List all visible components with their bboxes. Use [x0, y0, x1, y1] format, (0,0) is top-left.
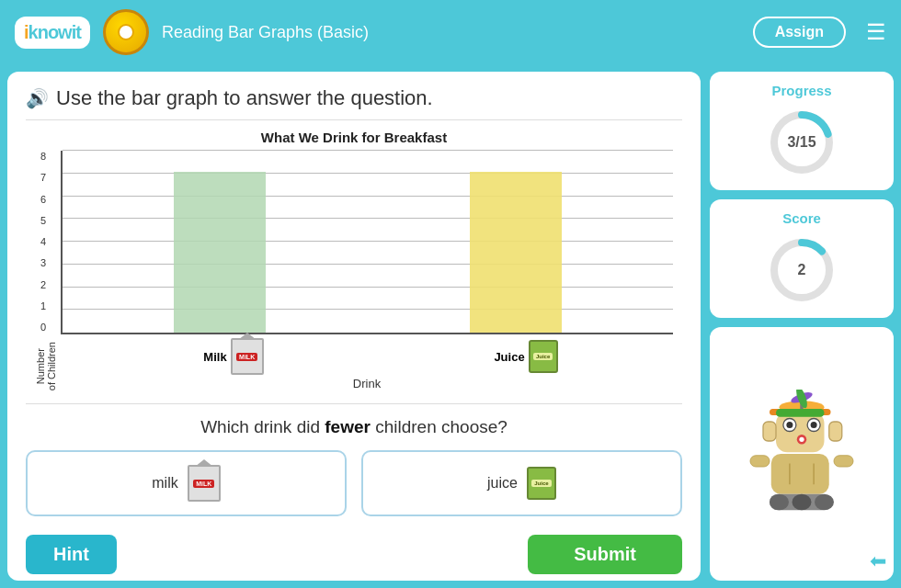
progress-card: Progress 3/15: [710, 72, 894, 190]
x-axis-labels: Milk MiLK Juice Juice: [61, 338, 673, 375]
chart-title: What We Drink for Breakfast: [35, 130, 673, 145]
bar-milk: [174, 172, 266, 333]
svg-point-25: [815, 494, 834, 511]
chart-inner: 0 1 2 3 4 5 6 7 8: [61, 151, 673, 390]
svg-rect-27: [776, 409, 825, 417]
answer-milk-button[interactable]: milk MiLK: [26, 450, 347, 516]
svg-rect-20: [750, 456, 770, 467]
x-label-juice: Juice Juice: [494, 338, 557, 375]
score-label: Score: [782, 210, 821, 226]
logo[interactable]: iknowit: [15, 17, 90, 49]
answer-juice-button[interactable]: juice Juice: [361, 450, 682, 516]
submit-button[interactable]: Submit: [528, 535, 682, 574]
juice-box-answer: Juice: [527, 467, 556, 500]
score-value: 2: [798, 262, 806, 278]
chart-area: What We Drink for Breakfast Numberof Chi…: [26, 130, 682, 390]
divider: [26, 403, 682, 404]
progress-donut: 3/15: [765, 106, 838, 179]
robot-character: [737, 390, 866, 518]
answer-juice-label: juice: [487, 475, 518, 492]
svg-rect-21: [834, 456, 853, 467]
answer-options: milk MiLK juice Juice: [26, 450, 682, 516]
bottom-bar: Hint Submit: [26, 535, 682, 574]
svg-rect-17: [771, 454, 829, 494]
back-arrow-icon[interactable]: ⬅: [870, 549, 886, 573]
svg-point-23: [770, 494, 789, 511]
y-axis-label: Numberof Children: [35, 342, 57, 390]
juice-icon: Juice: [529, 340, 558, 373]
instruction-bar: 🔊 Use the bar graph to answer the questi…: [26, 86, 682, 120]
hint-button[interactable]: Hint: [26, 535, 117, 574]
chart-container: Numberof Children 0 1 2 3 4 5 6 7: [35, 151, 673, 390]
right-panel: Progress 3/15 Score 2: [710, 72, 894, 581]
coin-icon: [103, 9, 149, 55]
bar-juice: [470, 172, 562, 333]
lesson-title: Reading Bar Graphs (Basic): [162, 23, 740, 42]
answer-milk-label: milk: [152, 475, 177, 492]
svg-rect-8: [776, 413, 825, 453]
progress-label: Progress: [771, 83, 831, 98]
bar-juice-group: [470, 172, 562, 333]
sound-icon[interactable]: 🔊: [26, 87, 49, 109]
header: iknowit Reading Bar Graphs (Basic) Assig…: [0, 0, 901, 64]
score-donut: 2: [765, 233, 838, 307]
grid-and-bars: 0 1 2 3 4 5 6 7 8: [61, 151, 673, 334]
left-panel: 🔊 Use the bar graph to answer the questi…: [7, 72, 701, 581]
bars-area: [72, 151, 664, 333]
svg-point-11: [786, 422, 793, 428]
assign-button[interactable]: Assign: [753, 17, 846, 48]
bar-milk-group: [174, 172, 266, 333]
score-card: Score 2: [710, 199, 894, 318]
hamburger-button[interactable]: ☰: [866, 19, 886, 45]
question-text: Which drink did fewer children choose?: [26, 417, 682, 437]
svg-point-24: [793, 494, 812, 511]
robot-card: ⬅: [710, 327, 894, 581]
x-label-milk: Milk MiLK: [203, 338, 263, 375]
milk-icon: MiLK: [231, 338, 264, 375]
main-content: 🔊 Use the bar graph to answer the questi…: [0, 64, 901, 588]
y-axis-numbers: 0 1 2 3 4 5 6 7 8: [40, 151, 46, 333]
svg-point-12: [811, 422, 817, 428]
svg-point-14: [799, 437, 804, 442]
svg-rect-16: [829, 422, 842, 441]
svg-rect-15: [763, 422, 776, 441]
progress-value: 3/15: [787, 134, 815, 151]
x-axis-title: Drink: [61, 377, 673, 390]
instruction-text: Use the bar graph to answer the question…: [56, 86, 433, 110]
milk-carton-answer: MiLK: [188, 465, 221, 502]
